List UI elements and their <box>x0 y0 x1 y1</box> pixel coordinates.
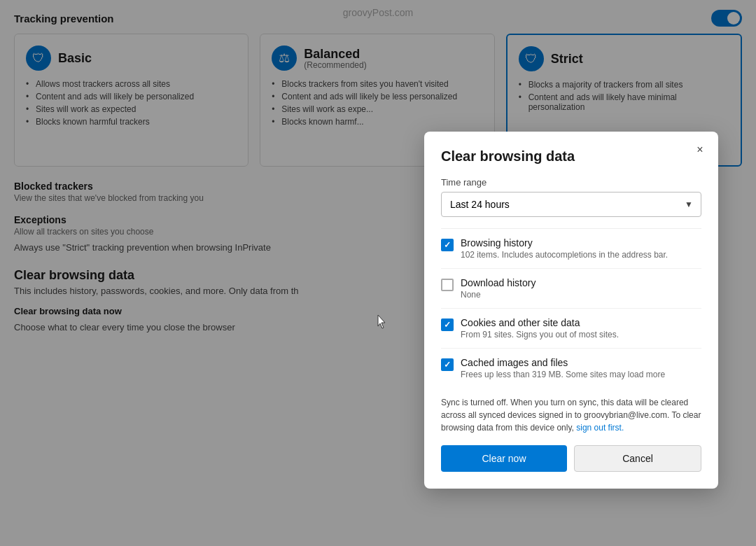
clear-now-button[interactable]: Clear now <box>441 445 567 472</box>
modal-close-button[interactable]: × <box>690 140 710 160</box>
cookies-content: Cookies and other site data From 91 site… <box>461 317 701 340</box>
browsing-history-desc: 102 items. Includes autocompletions in t… <box>461 250 701 260</box>
download-history-content: Download history None <box>461 277 701 300</box>
download-history-desc: None <box>461 290 701 300</box>
check-icon: ✓ <box>444 360 451 370</box>
clear-browsing-modal: × Clear browsing data Time range Last 24… <box>424 132 718 489</box>
check-icon: ✓ <box>444 320 451 330</box>
download-history-item: Download history None <box>441 269 701 309</box>
cookies-desc: From 91 sites. Signs you out of most sit… <box>461 330 701 340</box>
cached-images-desc: Frees up less than 319 MB. Some sites ma… <box>461 370 701 379</box>
time-range-wrapper: Last 24 hours Last 7 days Last 4 weeks A… <box>441 192 701 217</box>
cookies-checkbox[interactable]: ✓ <box>441 318 454 331</box>
browsing-history-item: ✓ Browsing history 102 items. Includes a… <box>441 229 701 269</box>
cancel-button[interactable]: Cancel <box>574 445 701 472</box>
browsing-history-content: Browsing history 102 items. Includes aut… <box>461 237 701 260</box>
modal-footer: Clear now Cancel <box>441 445 701 472</box>
time-range-label: Time range <box>441 177 701 188</box>
modal-overlay: × Clear browsing data Time range Last 24… <box>0 0 756 546</box>
time-range-select[interactable]: Last 24 hours Last 7 days Last 4 weeks A… <box>441 192 701 217</box>
modal-title: Clear browsing data <box>441 148 701 164</box>
cached-images-content: Cached images and files Frees up less th… <box>461 357 701 379</box>
cached-images-checkbox[interactable]: ✓ <box>441 358 454 371</box>
cookies-item: ✓ Cookies and other site data From 91 si… <box>441 309 701 349</box>
cached-images-label: Cached images and files <box>461 357 701 368</box>
sign-out-link[interactable]: sign out first. <box>576 423 624 433</box>
browsing-history-checkbox[interactable]: ✓ <box>441 239 454 251</box>
sync-note: Sync is turned off. When you turn on syn… <box>441 396 701 434</box>
check-icon: ✓ <box>444 240 451 250</box>
download-history-checkbox[interactable] <box>441 279 454 291</box>
cached-images-item: ✓ Cached images and files Frees up less … <box>441 349 701 388</box>
cookies-label: Cookies and other site data <box>461 317 701 328</box>
browsing-history-label: Browsing history <box>461 237 701 248</box>
download-history-label: Download history <box>461 277 701 288</box>
modal-items-list: ✓ Browsing history 102 items. Includes a… <box>441 228 701 388</box>
